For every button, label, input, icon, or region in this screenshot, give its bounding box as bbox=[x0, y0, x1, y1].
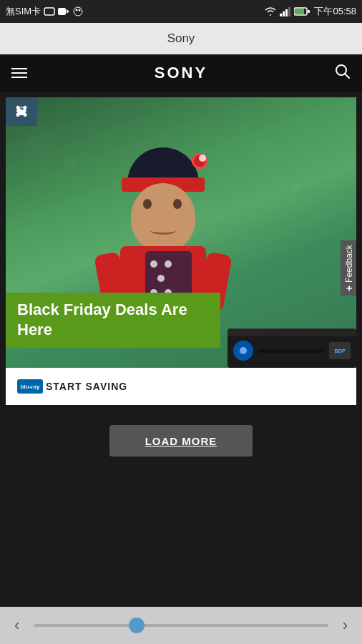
svg-point-18 bbox=[24, 114, 26, 117]
battery-icon bbox=[294, 7, 310, 16]
feedback-label: Feedback bbox=[344, 245, 354, 283]
main-content: BDP Black Friday Deals Are Here blu-ray … bbox=[0, 97, 362, 471]
cta-bar[interactable]: blu-ray START SAVING bbox=[6, 368, 356, 405]
forward-button[interactable]: › bbox=[343, 616, 348, 635]
title-bar: Sony bbox=[0, 23, 362, 54]
device-controls: BDP bbox=[228, 336, 356, 365]
svg-rect-11 bbox=[295, 9, 304, 14]
dot-3 bbox=[157, 275, 165, 282]
blu-ray-text: blu-ray bbox=[21, 384, 40, 390]
load-more-section: LOAD MORE bbox=[0, 411, 362, 471]
sim-icon bbox=[44, 7, 55, 16]
disc-slot bbox=[258, 349, 325, 353]
mouth bbox=[150, 226, 176, 235]
load-more-button[interactable]: LOAD MORE bbox=[109, 425, 253, 457]
blu-ray-disc bbox=[233, 341, 253, 361]
svg-rect-9 bbox=[288, 7, 290, 16]
hamburger-menu[interactable] bbox=[11, 68, 27, 78]
device-top-strip bbox=[228, 329, 356, 336]
progress-thumb[interactable] bbox=[129, 618, 145, 633]
svg-rect-12 bbox=[308, 10, 310, 13]
status-bar: 無SIM卡 下午05:58 bbox=[0, 0, 362, 23]
progress-bar[interactable] bbox=[34, 624, 328, 627]
right-eye bbox=[173, 199, 182, 209]
device-screen: BDP bbox=[329, 342, 351, 359]
hamburger-line-1 bbox=[11, 68, 27, 69]
time-text: 下午05:58 bbox=[314, 5, 356, 18]
status-right: 下午05:58 bbox=[264, 5, 356, 18]
promo-title: Black Friday Deals Are Here bbox=[17, 301, 187, 339]
svg-point-3 bbox=[74, 7, 82, 16]
dot-1 bbox=[150, 260, 157, 268]
dot-2 bbox=[165, 260, 172, 268]
page-title: Sony bbox=[167, 31, 195, 46]
child-face bbox=[131, 183, 195, 251]
video-icon bbox=[58, 7, 69, 16]
signal-icon bbox=[280, 6, 291, 16]
hamburger-line-3 bbox=[11, 77, 27, 78]
svg-rect-6 bbox=[280, 14, 282, 16]
back-button[interactable]: ‹ bbox=[14, 616, 19, 635]
feedback-plus: + bbox=[343, 286, 355, 291]
svg-rect-8 bbox=[285, 9, 288, 16]
svg-rect-7 bbox=[283, 11, 285, 16]
product-device: BDP bbox=[228, 328, 356, 368]
svg-rect-0 bbox=[44, 8, 54, 15]
svg-line-14 bbox=[345, 74, 349, 78]
hat-flower-center bbox=[199, 155, 206, 162]
svg-rect-1 bbox=[58, 8, 66, 15]
status-left: 無SIM卡 bbox=[6, 5, 84, 18]
svg-point-5 bbox=[79, 9, 81, 11]
share-icon bbox=[14, 104, 29, 119]
svg-point-4 bbox=[76, 9, 78, 11]
left-eye bbox=[143, 199, 152, 209]
device-screen-text: BDP bbox=[335, 348, 346, 353]
cta-button-text[interactable]: START SAVING bbox=[46, 381, 127, 392]
carrier-text: 無SIM卡 bbox=[6, 5, 41, 18]
hero-image: BDP Black Friday Deals Are Here blu-ray … bbox=[6, 97, 356, 405]
app-icon bbox=[72, 6, 84, 16]
wifi-icon bbox=[264, 6, 277, 16]
share-button[interactable] bbox=[6, 97, 37, 126]
bottom-nav: ‹ › bbox=[0, 607, 362, 644]
search-icon[interactable] bbox=[335, 64, 351, 83]
nav-bar: SONY bbox=[0, 54, 362, 92]
hamburger-line-2 bbox=[11, 72, 27, 74]
disc-center bbox=[240, 347, 247, 354]
promo-overlay: Black Friday Deals Are Here bbox=[6, 293, 220, 348]
svg-marker-2 bbox=[67, 9, 69, 14]
banner-card: BDP Black Friday Deals Are Here blu-ray … bbox=[6, 97, 356, 405]
hero-scene: BDP Black Friday Deals Are Here blu-ray … bbox=[6, 97, 356, 405]
blu-ray-badge: blu-ray bbox=[17, 379, 43, 394]
feedback-tab[interactable]: + Feedback bbox=[341, 240, 356, 296]
svg-point-16 bbox=[24, 107, 26, 109]
sony-logo: SONY bbox=[155, 64, 207, 82]
